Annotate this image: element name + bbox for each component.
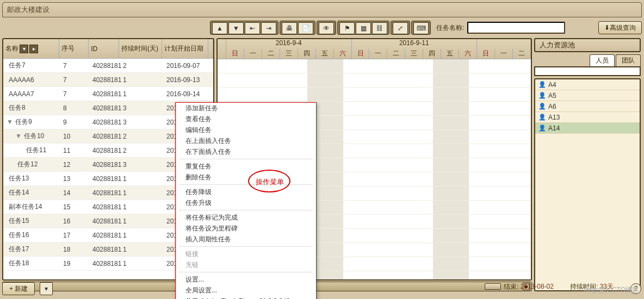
filter-icon[interactable]: ⚑ — [339, 22, 355, 34]
download-icon: ⬇ — [604, 24, 610, 32]
grid-icon[interactable]: ▦ — [356, 22, 371, 34]
resource-item[interactable]: 👤A14 — [535, 123, 640, 134]
person-icon: 👤 — [538, 92, 546, 99]
menu-item[interactable]: 在上面插入任务 — [176, 135, 316, 146]
table-row[interactable]: AAAAA674028818112016-09-13 — [3, 73, 213, 87]
advanced-search-button[interactable]: ⬇ 高级查询 — [598, 21, 642, 34]
col-seq: 序号 — [59, 39, 89, 58]
day-header: 一 — [369, 49, 387, 59]
menu-item: 无链 — [176, 259, 316, 270]
table-row[interactable]: AAAAA774028818112016-09-14 — [3, 87, 213, 101]
day-header: 二 — [387, 49, 405, 59]
col-name: 名称 — [5, 44, 18, 53]
day-header: 四 — [423, 49, 441, 59]
resource-list: 👤A4👤A5👤A6👤A13👤A14 — [534, 78, 641, 291]
arrow-down-icon[interactable]: ▼ — [228, 22, 244, 34]
resource-item[interactable]: 👤A6 — [535, 101, 640, 112]
menu-item[interactable]: 任务降级 — [176, 186, 316, 197]
watermark: blog @51CTO博客 — [584, 285, 639, 295]
day-header: 一 — [495, 49, 513, 59]
link-icon[interactable]: ⛓ — [372, 22, 387, 34]
day-header: 日 — [477, 49, 495, 59]
menu-item[interactable]: 编辑任务 — [176, 124, 316, 135]
week-header: 2016-9-4 — [226, 39, 352, 49]
day-header: 二 — [513, 49, 531, 59]
resource-item[interactable]: 👤A5 — [535, 90, 640, 101]
new-button[interactable]: + 新建 — [2, 282, 35, 295]
chevron-right-icon[interactable]: ▸ — [29, 45, 38, 53]
menu-item[interactable]: 任务升级 — [176, 197, 316, 208]
person-icon: 👤 — [538, 124, 546, 132]
menu-item[interactable]: 删除任务 — [176, 172, 316, 183]
week-header: 2016-9-11 — [352, 39, 478, 49]
day-header: 二 — [262, 49, 280, 59]
table-row[interactable]: 任务774028818122016-09-07 — [3, 59, 213, 73]
expand-icon[interactable]: ⤢ — [393, 22, 408, 34]
menu-item: 链接 — [176, 248, 316, 259]
keyboard-icon[interactable]: ⌨ — [413, 22, 429, 34]
indent-icon[interactable]: ⇥ — [261, 22, 276, 34]
day-header: 五 — [441, 49, 459, 59]
main-area: 名称 ▾ ▸ 序号 ID 持续时间(天) 计划开始日期 任务7740288181… — [2, 38, 642, 291]
day-header: 日 — [226, 49, 244, 59]
window-title: 邮政大楼建设 — [7, 5, 49, 15]
menu-item[interactable]: 重复任务 — [176, 161, 316, 172]
person-icon: 👤 — [538, 103, 546, 110]
menu-item[interactable]: 设置... — [176, 274, 316, 285]
tab-teams[interactable]: 团队 — [616, 54, 641, 66]
menu-item[interactable]: 关于 Adobe Flash Player 21.0.0.242... — [176, 296, 316, 299]
chevron-down-icon[interactable]: ▾ — [40, 282, 53, 295]
annotation-label: 操作菜单 — [256, 177, 284, 187]
person-icon: 👤 — [538, 81, 546, 88]
day-header: 三 — [405, 49, 423, 59]
menu-item[interactable]: 将任务标记为完成 — [176, 212, 316, 223]
day-header: 六 — [459, 49, 477, 59]
context-menu: 添加新任务查看任务编辑任务在上面插入任务在下面插入任务重复任务删除任务任务降级任… — [175, 102, 317, 299]
document-icon[interactable]: 📄 — [298, 22, 313, 34]
status-bar: + 新建 ▾ ☰ ▾ 结束: 2013-08-02 持续时间: 33天 ? — [2, 281, 642, 297]
day-header: 五 — [316, 49, 334, 59]
menu-item[interactable]: 添加新任务 — [176, 103, 316, 114]
eye-icon[interactable]: 👁 — [319, 22, 334, 34]
arrow-up-icon[interactable]: ▲ — [212, 22, 227, 34]
menu-item[interactable]: 将任务设为里程碑 — [176, 223, 316, 234]
day-header: 六 — [334, 49, 352, 59]
menu-item[interactable]: 插入周期性任务 — [176, 234, 316, 245]
task-name-label: 任务名称: — [436, 23, 464, 33]
col-id: ID — [89, 39, 119, 58]
col-dur: 持续时间(天) — [119, 39, 163, 58]
resource-item[interactable]: 👤A13 — [535, 112, 640, 123]
week-header — [477, 39, 531, 49]
person-icon: 👤 — [538, 114, 546, 121]
resource-item[interactable]: 👤A4 — [535, 79, 640, 90]
print-icon[interactable]: 🖶 — [282, 22, 297, 34]
day-header: 四 — [298, 49, 316, 59]
day-header: 三 — [280, 49, 298, 59]
menu-item[interactable]: 查看任务 — [176, 114, 316, 124]
outdent-icon[interactable]: ⇤ — [245, 22, 260, 34]
pool-title: 人力资源池 — [534, 38, 641, 52]
tab-persons[interactable]: 人员 — [590, 54, 615, 66]
chevron-down-icon[interactable]: ▾ — [20, 45, 28, 53]
task-name-input[interactable] — [467, 22, 565, 34]
window-title-bar: 邮政大楼建设 — [2, 2, 642, 17]
toolbar: ▲ ▼ ⇤ ⇥ 🖶 📄 👁 ⚑ ▦ ⛓ ⤢ ⌨ 任务名称: ⬇ 高级查询 — [2, 20, 642, 36]
col-date: 计划开始日期 — [162, 39, 208, 58]
menu-item[interactable]: 在下面插入任务 — [176, 146, 316, 157]
day-header: 日 — [352, 49, 370, 59]
day-header: 一 — [244, 49, 262, 59]
menu-item[interactable]: 全局设置... — [176, 285, 316, 296]
